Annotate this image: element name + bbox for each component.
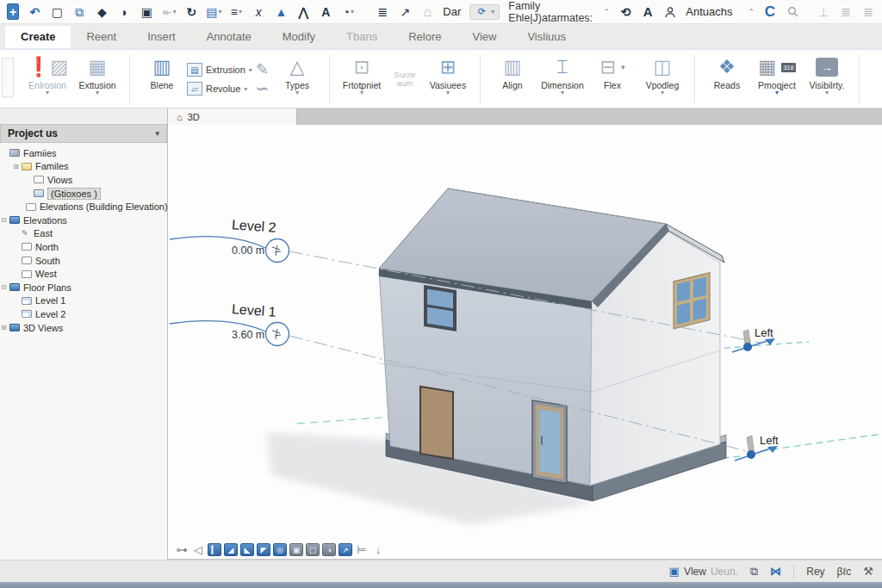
family-combo[interactable]: ⟳▾ [469,4,500,20]
tab-relore[interactable]: Relore [393,26,457,48]
minimize-icon[interactable]: ⊥ [817,3,830,21]
tree-item-east[interactable]: ✎East [0,227,167,241]
expand-icon[interactable]: ⊞ [12,163,20,170]
tree-item-floor-plans[interactable]: ⊟Floor Plans [0,281,167,294]
tree-item-3d-views[interactable]: ⊞3D Views [0,321,167,335]
tools-item[interactable]: ⚒ [863,565,873,578]
detail-level-icon[interactable]: ▎ [208,543,221,556]
new-file-button[interactable]: + [7,3,19,20]
blc-item[interactable]: βℓc [837,566,852,578]
undo-history-icon[interactable]: ↞▾ [162,3,176,21]
tree-item-familes[interactable]: ⊞Familes [0,160,167,174]
user-icon[interactable] [663,3,677,21]
thin-lines-icon[interactable]: ◁ [191,543,205,556]
restore-icon[interactable]: ≣ [839,3,853,21]
copy-icon[interactable]: ⧉ [72,3,86,21]
tree-item-level-1[interactable]: Level 1 [0,294,167,308]
align-button[interactable]: ▥ Align [488,53,537,106]
tree-item-south[interactable]: South [0,254,167,268]
visual-style-icon[interactable]: ◢ [224,543,238,556]
render-icon[interactable]: ◎ [273,543,287,556]
window-gable[interactable] [674,273,710,329]
view-tab-3d[interactable]: ⌂ 3D [168,108,297,125]
tab-create[interactable]: Create [5,26,71,48]
exttusion-button[interactable]: ▦ Exttusion ▾ [72,53,122,106]
shape-icon[interactable]: ◆ [95,3,109,21]
dimension-button[interactable]: ⌶ Dimension ▾ [537,53,587,106]
expand-icon[interactable]: ⊞ [0,324,8,331]
refresh-icon[interactable]: C [763,3,777,21]
account-collapse-icon[interactable]: ⌃ [748,8,755,16]
title-collapse-icon[interactable]: ⌃ [604,8,611,16]
shadows-icon[interactable]: ◣ [240,543,254,556]
elevation-marker-left-1[interactable]: Left [732,326,775,352]
visibility-button[interactable]: → Visibilrty. ▾ [802,53,852,106]
tree-item-elevations[interactable]: ⊟Elevations [0,214,167,227]
spline-icon[interactable]: ⋀ [296,3,310,21]
sweep-icon[interactable]: ∽ [256,81,269,96]
tab-reent[interactable]: Reent [71,26,132,48]
close-x-icon[interactable]: x [252,3,265,21]
tab-insert[interactable]: Insert [132,26,191,48]
rey-item[interactable]: Rey [806,566,824,578]
sun-path-icon[interactable]: ◤ [257,543,270,556]
collapse-icon[interactable]: ⊟ [0,283,8,291]
schedule-icon[interactable]: ≣ [376,3,389,21]
tab-modify[interactable]: Modify [267,26,331,48]
monitor-export-icon[interactable]: ▣ [140,3,153,21]
tree-item-level-2[interactable]: Level 2 [0,307,167,321]
revolue-row-button[interactable]: ▱ Revolue▾ [187,82,252,96]
level-head-symbol[interactable] [266,323,289,346]
flex-button[interactable]: ⊟ ▾ Flex [587,53,637,106]
worksets-item[interactable]: ⧉ [750,565,758,579]
reference-plane-line[interactable] [761,434,882,451]
font-icon[interactable]: A [641,3,655,21]
reference-plane-line[interactable] [297,417,394,424]
crop-view-icon[interactable]: ▣ [289,543,303,556]
drawing-canvas[interactable]: Level 2 0.00 m Level 1 3.60 m [168,125,882,560]
tree-item-elevations-building[interactable]: Elevations (Building Elevation) [0,200,167,214]
sort-dropdown-icon[interactable]: ≡▾ [229,3,243,21]
vasiuees-button[interactable]: ⊞ Vasiuees ▾ [423,53,473,106]
reveal-hidden-icon[interactable]: ◑ [322,543,336,556]
undo-icon[interactable]: ↶ [28,3,41,21]
tree-item-viows[interactable]: Viows [0,173,167,187]
blene-button[interactable]: ▥ Blene [137,53,187,106]
share-icon[interactable]: ↗ [398,3,412,21]
frtotpniet-button[interactable]: ⊡ Frtotpniet ▾ [337,53,387,106]
account-label[interactable]: Antuachs [686,5,732,18]
pen-icon[interactable]: ✎ [256,62,269,77]
pmoqject-button[interactable]: ▦ 318 Pmoqject ▾ [752,53,802,106]
list-dropdown-icon[interactable]: ▤▾ [207,3,220,21]
reads-button[interactable]: ❖ Reads [702,53,752,106]
tree-item-gtioxoes[interactable]: (Gtioxoes ) [0,187,167,201]
tree-item-north[interactable]: North [0,240,167,254]
scale-icon[interactable]: ⊶ [175,543,189,556]
unlock-view-icon[interactable]: ↗ [339,543,352,556]
view-status-item[interactable]: ▣ Vlew Ueun. [669,565,738,578]
measure-icon[interactable]: ▲ [274,3,288,21]
home-icon[interactable]: ⌂ [420,3,434,21]
door-glass[interactable] [532,400,567,483]
collapse-icon[interactable]: ⊟ [0,216,8,224]
vpodleg-button[interactable]: ◫ Vpodleg ▾ [637,53,687,106]
tab-view[interactable]: View [457,26,512,48]
sucre-button[interactable]: Sucre aum [387,53,423,106]
sync-icon[interactable]: ⟲ [618,3,632,21]
worksharing-icon[interactable]: ⊨ [355,543,369,556]
clock-icon[interactable]: ◔▾ [341,3,355,21]
redo-icon[interactable]: ↻ [184,3,198,21]
tab-annotate[interactable]: Annotate [191,26,267,48]
window-left[interactable] [424,285,457,331]
text-icon[interactable]: A [319,3,332,21]
filter-item[interactable]: ⋈ [770,565,781,578]
tab-tbans[interactable]: Tbans [331,26,393,48]
tree-item-west[interactable]: West [0,267,167,281]
types-button[interactable]: △ Types ▾ [272,53,322,106]
tab-visliuus[interactable]: Visliuus [512,26,581,48]
level-head-symbol[interactable] [266,239,289,263]
elevation-marker-left-2[interactable]: Left [735,434,779,461]
ink-icon[interactable]: ◗ [117,3,131,21]
close-window-icon[interactable]: ≣ [861,3,875,21]
search-icon[interactable] [786,3,799,21]
